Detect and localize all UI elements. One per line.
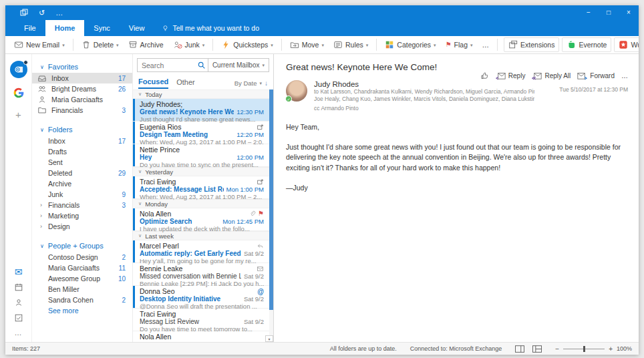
- sort-direction-icon[interactable]: ↓: [265, 79, 268, 87]
- tab-sync[interactable]: Sync: [84, 20, 119, 36]
- undo-icon[interactable]: ↺: [39, 9, 45, 17]
- group-header-today[interactable]: ∨ Today: [133, 90, 273, 99]
- folder-item-drafts[interactable]: Drafts: [32, 146, 132, 157]
- mail-module-icon[interactable]: ✉: [15, 267, 23, 277]
- group-item-maria[interactable]: Maria Garciaafts11: [32, 262, 132, 273]
- favorite-item-inbox[interactable]: Inbox 17: [32, 73, 132, 83]
- flag-button[interactable]: ⚑ Flag ▾: [441, 37, 478, 52]
- people-module-icon[interactable]: [14, 298, 23, 307]
- message-item[interactable]: Judy Rhodes; Great news! Keynote Here We…: [133, 99, 273, 122]
- scrollbar-thumb[interactable]: [269, 90, 273, 310]
- tell-me-box[interactable]: Tell me what you want to do: [162, 20, 259, 36]
- group-header-monday[interactable]: ∨ Monday: [133, 199, 273, 208]
- list-scroll-down-button[interactable]: ▾: [265, 335, 273, 342]
- more-actions-button[interactable]: …: [621, 72, 628, 79]
- zoom-slider-thumb[interactable]: [583, 346, 585, 352]
- folder-item-sent[interactable]: Sent: [32, 157, 132, 168]
- search-icon[interactable]: [197, 61, 206, 69]
- group-item-ben-miller[interactable]: Ben Miller: [32, 284, 132, 295]
- favorite-item-financials[interactable]: Financials 3: [32, 105, 132, 116]
- message-item[interactable]: Nola Allen ⚑ Optimize SearchMon 12:45 PM…: [133, 208, 273, 231]
- search-input[interactable]: [138, 61, 197, 69]
- maximize-button[interactable]: □: [599, 5, 619, 20]
- like-button[interactable]: [480, 71, 489, 80]
- send-receive-icon[interactable]: [20, 9, 28, 17]
- chevron-right-icon[interactable]: ›: [40, 223, 42, 230]
- group-item-contoso-design[interactable]: Contoso Design2: [32, 252, 132, 262]
- attachment-icon: [249, 210, 256, 217]
- people-groups-header[interactable]: ∨ People + Groups: [32, 240, 132, 252]
- folder-item-financials[interactable]: ›Financials3: [32, 200, 132, 210]
- ribbon-separator: [212, 39, 213, 51]
- folder-item-design[interactable]: ›Design: [32, 221, 132, 232]
- message-item[interactable]: Bennie Leake Missed conversation with Be…: [133, 263, 273, 286]
- extensions-button[interactable]: Extensions: [504, 37, 559, 52]
- sender-avatar[interactable]: ✓: [286, 80, 307, 102]
- close-button[interactable]: ×: [619, 5, 639, 20]
- folder-item-junk[interactable]: Junk9: [32, 189, 132, 200]
- tab-file[interactable]: File: [15, 20, 45, 36]
- mailbox-scope-dropdown[interactable]: Current Mailbox ▾: [208, 59, 269, 71]
- favorite-item-bright-dreams[interactable]: Bright Dreams 26: [32, 83, 132, 94]
- message-item[interactable]: Nettie Prince Hey12:00 PM Do you have ti…: [133, 144, 273, 167]
- message-item[interactable]: Eugenia Rios Design Team Meeting12:20 PM…: [133, 122, 273, 144]
- add-account-icon[interactable]: +: [15, 109, 21, 120]
- outlook-account-icon[interactable]: [10, 61, 27, 78]
- evernote-button[interactable]: Evernote: [562, 37, 611, 52]
- message-list-scrollbar[interactable]: [269, 90, 273, 342]
- folder-item-archive[interactable]: Archive: [32, 178, 132, 189]
- ribbon-more-button[interactable]: …: [478, 37, 494, 52]
- folder-item-inbox[interactable]: Inbox17: [32, 136, 132, 146]
- archive-button[interactable]: Archive: [124, 37, 168, 52]
- quick-access-more-icon[interactable]: …: [55, 9, 63, 17]
- more-modules-icon[interactable]: …: [15, 329, 23, 337]
- sort-dropdown[interactable]: By Date ▾ ↓: [234, 79, 268, 87]
- chevron-down-icon: ∨: [40, 243, 44, 249]
- message-item[interactable]: Traci Ewing Messag List ReviewSat 9/2 Do…: [133, 309, 273, 331]
- message-item[interactable]: Donna Seo @ Desktop Identity InitiativeS…: [133, 286, 273, 309]
- minimize-button[interactable]: −: [579, 5, 599, 20]
- group-item-sandra-cohen[interactable]: Sandra Cohen2: [32, 295, 132, 305]
- see-more-link[interactable]: See more: [32, 305, 132, 316]
- chevron-right-icon[interactable]: ›: [40, 212, 42, 219]
- message-item[interactable]: Marcel Pearl Automatic reply: Get Early …: [133, 240, 273, 263]
- calendar-module-icon[interactable]: [14, 283, 23, 292]
- tab-other[interactable]: Other: [176, 78, 195, 88]
- reply-button[interactable]: Reply: [496, 72, 526, 80]
- junk-button[interactable]: Junk ▾: [168, 37, 210, 52]
- group-header-last-week[interactable]: ∨ Last week: [133, 231, 273, 240]
- wunderlist-button[interactable]: Wunderlist ▾: [614, 37, 639, 52]
- folders-header[interactable]: ∨ Folders: [32, 124, 132, 136]
- move-button[interactable]: Move ▾: [285, 37, 329, 52]
- rules-button[interactable]: Rules ▾: [329, 37, 373, 52]
- favorites-header[interactable]: ∨ Favorites: [32, 61, 132, 73]
- sender-name[interactable]: Judy Rhodes: [314, 80, 534, 88]
- message-item[interactable]: Traci Ewing Accepted: Message List Rende…: [133, 176, 273, 199]
- tab-view[interactable]: View: [120, 20, 154, 36]
- favorite-item-maria[interactable]: Maria Garciaafts: [32, 94, 132, 105]
- group-header-yesterday[interactable]: ∨ Yesterday: [133, 167, 273, 176]
- tab-focused[interactable]: Focused: [138, 77, 168, 89]
- new-email-button[interactable]: New Email ▾: [9, 37, 69, 52]
- google-account-icon[interactable]: [13, 87, 24, 98]
- caret-down-icon: ▾: [470, 43, 473, 47]
- zoom-out-button[interactable]: −: [555, 345, 559, 353]
- forward-button[interactable]: Forward: [577, 72, 615, 80]
- message-item[interactable]: Nola Allen: [133, 331, 273, 342]
- categories-button[interactable]: Categories ▾: [380, 37, 440, 52]
- tab-home[interactable]: Home: [45, 20, 85, 36]
- layout-view-icon[interactable]: [532, 345, 542, 353]
- folder-item-marketing[interactable]: ›Marketing: [32, 210, 132, 221]
- zoom-in-button[interactable]: +: [609, 345, 613, 353]
- chevron-right-icon[interactable]: ›: [40, 202, 42, 208]
- quicksteps-button[interactable]: Quicksteps ▾: [216, 37, 277, 52]
- folder-item-deleted[interactable]: Deleted29: [32, 168, 132, 178]
- group-icon: [37, 84, 47, 94]
- tasks-module-icon[interactable]: [14, 313, 23, 323]
- reply-all-button[interactable]: Reply All: [532, 72, 571, 80]
- zoom-slider[interactable]: [563, 349, 605, 349]
- delete-button[interactable]: Delete ▾: [77, 37, 124, 52]
- zoom-level[interactable]: 100%: [617, 345, 632, 352]
- reading-view-icon[interactable]: [515, 345, 524, 353]
- group-item-awesome-group[interactable]: Awesome Group10: [32, 273, 132, 284]
